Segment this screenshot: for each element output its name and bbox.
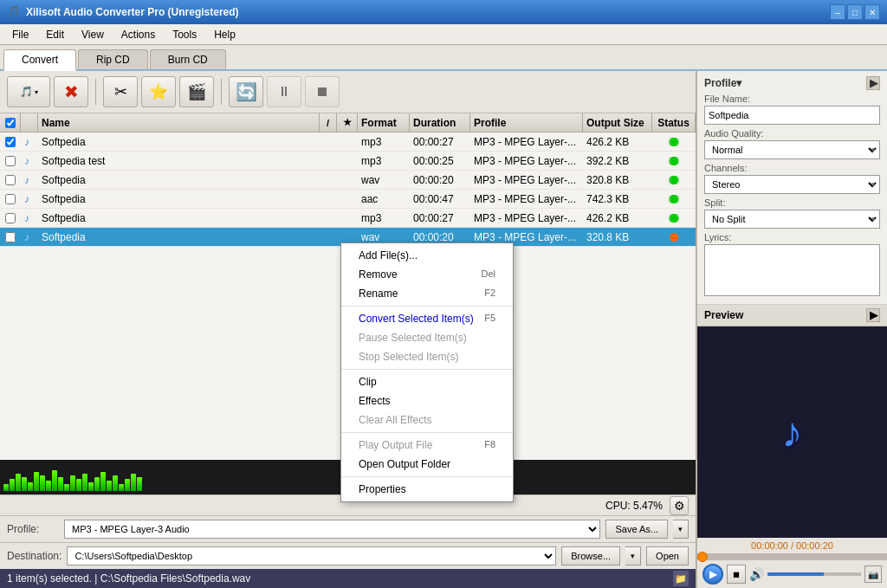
table-row[interactable]: ♪ Softpedia mp3 00:00:27 MP3 - MPEG Laye… (0, 132, 696, 152)
browse-button[interactable]: Browse... (561, 546, 620, 565)
table-row[interactable]: ♪ Softpedia mp3 00:00:27 MP3 - MPEG Laye… (0, 209, 696, 228)
ctx-separator-1 (341, 306, 513, 307)
player-controls: ▶ ⏹ 🔊 📷 (697, 560, 887, 588)
table-row[interactable]: ♪ Softpedia aac 00:00:47 MP3 - MPEG Laye… (0, 190, 696, 209)
file-name-label: File Name: (704, 94, 880, 104)
file-format: wav (358, 174, 410, 186)
viz-bar (64, 484, 69, 491)
header-profile[interactable]: Profile (470, 113, 583, 132)
viz-bar (88, 482, 94, 491)
file-size: 426.2 KB (583, 212, 652, 224)
close-button[interactable]: ✕ (864, 4, 880, 20)
tab-convert[interactable]: Convert (3, 49, 76, 71)
table-row[interactable]: ♪ Softpedia wav 00:00:20 MP3 - MPEG Laye… (0, 171, 696, 190)
row-checkbox[interactable] (5, 194, 16, 204)
file-name: Softpedia (38, 174, 320, 186)
settings-icon-button[interactable]: ⚙ (670, 496, 689, 515)
menu-view[interactable]: View (73, 27, 113, 42)
row-checkbox[interactable] (5, 213, 16, 223)
profile-select[interactable]: MP3 - MPEG Layer-3 Audio (64, 520, 600, 539)
row-checkbox[interactable] (5, 156, 16, 166)
save-as-button[interactable]: Save As... (605, 520, 668, 539)
file-name: Softpedia (38, 193, 320, 205)
file-format: wav (358, 231, 410, 243)
viz-bar (76, 479, 81, 491)
profile-dropdown-arrow[interactable]: ▾ (736, 77, 741, 89)
ctx-open-folder[interactable]: Open Output Folder (341, 455, 513, 474)
ctx-effects[interactable]: Effects (341, 391, 513, 410)
destination-select[interactable]: C:\Users\Softpedia\Desktop (67, 546, 556, 565)
row-checkbox[interactable] (5, 175, 16, 185)
menu-file[interactable]: File (3, 27, 37, 42)
header-name[interactable]: Name (38, 113, 320, 132)
header-slash: / (320, 113, 337, 132)
remove-button[interactable]: ✖ (54, 76, 88, 107)
effects-button[interactable]: ⭐ (141, 76, 176, 107)
preview-section: Preview ▶ ♪ 00:00:00 / 00:00:20 ▶ ⏹ 🔊 (697, 305, 887, 588)
convert-button[interactable]: 🔄 (229, 76, 263, 107)
title-bar: 🎵 Xilisoft Audio Converter Pro (Unregist… (0, 0, 887, 24)
ctx-properties[interactable]: Properties (341, 480, 513, 499)
split-select[interactable]: No Split By Size By Time (704, 210, 880, 229)
ctx-clip[interactable]: Clip (341, 372, 513, 391)
stop-button[interactable]: ⏹ (727, 565, 746, 584)
header-size[interactable]: Output Size (583, 113, 652, 132)
music-note-preview: ♪ (782, 409, 803, 456)
file-profile: MP3 - MPEG Layer-... (470, 174, 583, 186)
browse-dropdown[interactable]: ▾ (625, 546, 641, 565)
preview-title: Preview (704, 309, 743, 321)
open-button[interactable]: Open (646, 546, 689, 565)
menu-tools[interactable]: Tools (164, 27, 205, 42)
screenshot-button[interactable]: 📷 (864, 565, 882, 583)
header-format[interactable]: Format (358, 113, 410, 132)
table-row[interactable]: ♪ Softpedia test mp3 00:00:25 MP3 - MPEG… (0, 152, 696, 171)
header-status[interactable]: Status (652, 113, 696, 132)
split-label: Split: (704, 197, 880, 208)
row-checkbox[interactable] (5, 232, 16, 242)
cut-button[interactable]: ✂ (103, 76, 138, 107)
header-duration[interactable]: Duration (410, 113, 470, 132)
pause-button[interactable]: ⏸ (267, 76, 301, 107)
menu-actions[interactable]: Actions (113, 27, 164, 42)
row-checkbox[interactable] (5, 137, 16, 147)
lyrics-textarea[interactable] (704, 244, 880, 296)
ctx-remove[interactable]: RemoveDel (341, 265, 513, 284)
folder-icon-button[interactable]: 📁 (673, 571, 689, 586)
preview-expand-button[interactable]: ▶ (866, 308, 880, 322)
progress-handle[interactable] (697, 552, 708, 562)
app-title: Xilisoft Audio Converter Pro (Unregister… (26, 6, 830, 18)
ctx-play-output: Play Output FileF8 (341, 436, 513, 455)
add-music-button[interactable]: 🎵 ▾ (7, 76, 50, 107)
tab-rip-cd[interactable]: Rip CD (78, 49, 148, 69)
profile-bar: Profile: MP3 - MPEG Layer-3 Audio Save A… (0, 515, 696, 542)
ctx-convert[interactable]: Convert Selected Item(s)F5 (341, 309, 513, 328)
volume-slider[interactable] (767, 572, 861, 576)
viz-bar (28, 482, 33, 491)
channels-select[interactable]: Stereo Mono Joint Stereo (704, 175, 880, 194)
segment-button[interactable]: 🎬 (179, 76, 214, 107)
stop-button[interactable]: ⏹ (305, 76, 340, 107)
music-note-icon: ♪ (24, 136, 29, 148)
profile-section-header: Profile ▾ ▶ (704, 76, 880, 90)
save-as-dropdown[interactable]: ▾ (673, 520, 689, 539)
ctx-add-files[interactable]: Add File(s)... (341, 246, 513, 265)
tab-burn-cd[interactable]: Burn CD (150, 49, 226, 69)
play-button[interactable]: ▶ (702, 564, 723, 585)
select-all-checkbox[interactable] (5, 118, 16, 128)
file-duration: 00:00:20 (410, 231, 470, 243)
status-indicator (670, 157, 678, 165)
ctx-rename[interactable]: RenameF2 (341, 284, 513, 303)
playback-progress[interactable] (697, 553, 887, 560)
header-icon (21, 113, 38, 132)
menu-edit[interactable]: Edit (37, 27, 73, 42)
file-name-input[interactable] (704, 106, 880, 125)
profile-expand-button[interactable]: ▶ (866, 76, 880, 90)
minimize-button[interactable]: – (830, 4, 845, 20)
add-dropdown-arrow[interactable]: ▾ (35, 88, 38, 96)
file-duration: 00:00:25 (410, 155, 470, 167)
ctx-separator-3 (341, 432, 513, 433)
maximize-button[interactable]: □ (847, 4, 863, 20)
audio-quality-select[interactable]: Normal Low Medium High Very High (704, 140, 880, 159)
menu-help[interactable]: Help (205, 27, 244, 42)
viz-bar (10, 479, 15, 491)
